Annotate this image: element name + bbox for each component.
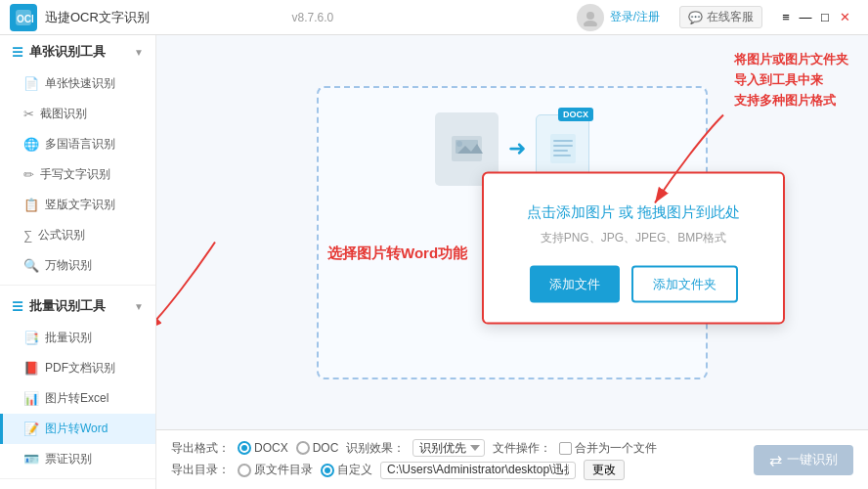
radio-origdir[interactable]: 原文件目录: [238, 462, 313, 478]
quick-icon: 📄: [23, 76, 39, 91]
export-label: 导出格式：: [171, 440, 230, 457]
online-service-button[interactable]: 💬 在线客服: [679, 6, 762, 28]
convert-arrow-icon: ➜: [508, 136, 526, 161]
sidebar-item-pdf-recog[interactable]: 📕 PDF文档识别: [0, 353, 155, 383]
login-button[interactable]: 登录/注册: [610, 9, 660, 25]
bottom-row-2: 导出目录： 原文件目录 自定义 更改: [171, 460, 742, 480]
sidebar-divider-2: [0, 478, 155, 479]
svg-rect-10: [553, 145, 573, 147]
allobj-icon: 🔍: [23, 258, 39, 273]
multilang-icon: 🌐: [23, 137, 39, 152]
main-layout: ☰ 单张识别工具 ▼ 📄 单张快速识别 ✂ 截图识别 🌐 多国语言识别 ✏ 手写…: [0, 35, 868, 489]
effect-select[interactable]: 识别优先: [412, 439, 485, 457]
add-file-button[interactable]: 添加文件: [530, 265, 620, 302]
radio-custom[interactable]: 自定义: [321, 462, 372, 478]
sidebar: ☰ 单张识别工具 ▼ 📄 单张快速识别 ✂ 截图识别 🌐 多国语言识别 ✏ 手写…: [0, 35, 156, 489]
change-path-button[interactable]: 更改: [584, 460, 625, 480]
section-arrow: ▼: [134, 47, 144, 58]
upload-subtitle: 支持PNG、JPG、JPEG、BMP格式: [541, 229, 727, 245]
merge-checkbox[interactable]: [559, 442, 572, 455]
sidebar-section-convert[interactable]: ☰ 文件转换工具 ▼: [0, 483, 155, 489]
sidebar-item-img2word[interactable]: 📝 图片转Word: [0, 414, 155, 444]
minimize-button[interactable]: —: [797, 9, 814, 26]
img2excel-icon: 📊: [23, 391, 39, 406]
annotation-right-text: 将图片或图片文件夹 导入到工具中来 支持多种图片格式: [734, 50, 848, 111]
titlebar: OCR 迅捷OCR文字识别 v8.7.6.0 登录/注册 💬 在线客服 ≡ — …: [0, 0, 868, 35]
recognize-button[interactable]: ⇄ 一键识别: [754, 445, 853, 475]
card-recog-icon: 🪪: [23, 452, 39, 467]
app-title: 迅捷OCR文字识别: [45, 9, 287, 26]
output-dir-group: 原文件目录 自定义: [238, 462, 372, 478]
add-folder-button[interactable]: 添加文件夹: [631, 265, 738, 302]
svg-rect-8: [550, 134, 576, 163]
sidebar-item-typeset[interactable]: 📋 竖版文字识别: [0, 190, 155, 220]
batch-section-arrow: ▼: [134, 301, 144, 312]
sidebar-item-card-recog[interactable]: 🪪 票证识别: [0, 444, 155, 474]
sidebar-section-single[interactable]: ☰ 单张识别工具 ▼: [0, 35, 155, 68]
close-button[interactable]: ✕: [836, 9, 853, 26]
svg-rect-11: [553, 150, 568, 152]
annotation-right: 将图片或图片文件夹 导入到工具中来 支持多种图片格式: [734, 50, 848, 111]
crop-icon: ✂: [23, 107, 34, 121]
radio-docx[interactable]: DOCX: [238, 441, 288, 455]
bottom-row-1: 导出格式： DOCX DOC 识别效果：: [171, 439, 742, 457]
app-logo: OCR: [10, 4, 37, 31]
effect-label: 识别效果：: [346, 440, 405, 457]
recognize-icon: ⇄: [769, 451, 782, 469]
bottom-bar: 导出格式： DOCX DOC 识别效果：: [156, 429, 868, 489]
annotation-left-text: 选择图片转Word功能: [327, 242, 467, 262]
radio-doc[interactable]: DOC: [296, 441, 339, 455]
sidebar-item-batch-recog[interactable]: 📑 批量识别: [0, 323, 155, 353]
radio-origdir-dot: [238, 464, 251, 477]
svg-point-3: [584, 21, 597, 26]
user-avatar: [577, 4, 604, 31]
docx-badge: DOCX: [558, 108, 593, 121]
sidebar-item-formula[interactable]: ∑ 公式识别: [0, 220, 155, 250]
maximize-button[interactable]: □: [816, 9, 834, 26]
sidebar-item-quick[interactable]: 📄 单张快速识别: [0, 68, 155, 99]
upload-buttons: 添加文件 添加文件夹: [530, 265, 738, 302]
bottom-right: ⇄ 一键识别: [754, 445, 853, 475]
upload-box: 点击添加图片 或 拖拽图片到此处 支持PNG、JPG、JPEG、BMP格式 添加…: [482, 171, 785, 324]
sidebar-item-handwriting[interactable]: ✏ 手写文字识别: [0, 159, 155, 190]
sidebar-item-img2excel[interactable]: 📊 图片转Excel: [0, 383, 155, 414]
svg-point-6: [456, 141, 462, 147]
handwriting-icon: ✏: [23, 167, 34, 182]
sidebar-section-batch[interactable]: ☰ 批量识别工具 ▼: [0, 289, 155, 323]
annotation-left: 选择图片转Word功能: [327, 242, 467, 262]
formula-icon: ∑: [23, 228, 32, 243]
svg-point-2: [586, 12, 594, 20]
merge-checkbox-item[interactable]: 合并为一个文件: [559, 440, 657, 457]
bottom-rows: 导出格式： DOCX DOC 识别效果：: [171, 436, 742, 483]
typeset-icon: 📋: [23, 198, 39, 212]
menu-icon[interactable]: ≡: [777, 9, 795, 26]
export-format-group: DOCX DOC: [238, 441, 338, 455]
radio-docx-dot: [238, 441, 251, 455]
main-content: ➜ DOCX 点击添加图片 或 拖拽图片到此处 支持PNG、JPG、JPEG、B…: [156, 35, 868, 429]
app-version: v8.7.6.0: [291, 11, 333, 24]
upload-title: 点击添加图片 或 拖拽图片到此处: [527, 202, 740, 221]
svg-text:OCR: OCR: [17, 14, 33, 24]
sidebar-divider-1: [0, 285, 155, 286]
sidebar-item-crop[interactable]: ✂ 截图识别: [0, 99, 155, 129]
img2word-icon: 📝: [23, 422, 39, 436]
batch-recog-icon: 📑: [23, 331, 39, 345]
radio-custom-dot: [321, 464, 334, 477]
output-path-input[interactable]: [380, 462, 576, 479]
sidebar-item-multilang[interactable]: 🌐 多国语言识别: [0, 129, 155, 159]
output-label: 导出目录：: [171, 462, 230, 478]
radio-doc-dot: [296, 441, 310, 455]
sidebar-item-allobj[interactable]: 🔍 万物识别: [0, 250, 155, 281]
user-section: 登录/注册: [577, 4, 660, 31]
pdf-recog-icon: 📕: [23, 361, 39, 376]
main-area: ➜ DOCX 点击添加图片 或 拖拽图片到此处 支持PNG、JPG、JPEG、B…: [156, 35, 868, 489]
file-ops-label: 文件操作：: [493, 440, 551, 457]
svg-rect-12: [553, 155, 571, 156]
svg-rect-9: [553, 140, 573, 142]
